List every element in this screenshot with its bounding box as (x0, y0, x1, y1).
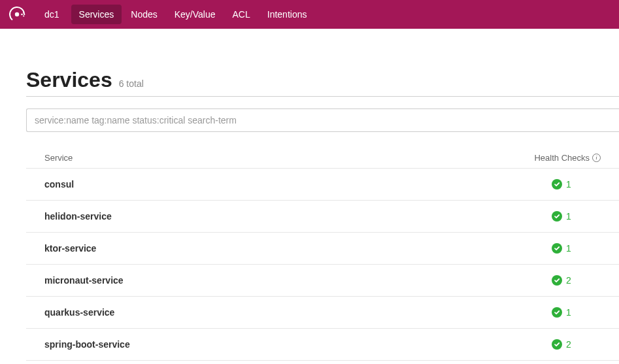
search-container (26, 108, 619, 132)
nav-services[interactable]: Services (71, 5, 122, 24)
check-passing-icon (552, 179, 562, 190)
search-input[interactable] (26, 108, 619, 132)
nav-key-value[interactable]: Key/Value (167, 5, 224, 24)
info-icon[interactable]: i (592, 154, 601, 162)
service-name: micronaut-service (44, 275, 124, 286)
svg-point-5 (24, 14, 25, 15)
nav-nodes[interactable]: Nodes (123, 5, 165, 24)
col-service: Service (44, 153, 73, 163)
check-passing-icon (552, 307, 562, 318)
col-health-label: Health Checks (534, 153, 590, 163)
svg-point-4 (23, 15, 24, 16)
page-header: Services 6 total (26, 68, 619, 97)
consul-logo-icon (8, 5, 26, 24)
nav-acl[interactable]: ACL (225, 5, 258, 24)
table-row[interactable]: consul1 (26, 169, 619, 201)
health-status: 1 (552, 243, 601, 254)
table-row[interactable]: helidon-service1 (26, 201, 619, 233)
services-table: Service Health Checks i consul1helidon-s… (26, 148, 619, 361)
main-content: Services 6 total Service Health Checks i… (0, 29, 619, 361)
datacenter-selector[interactable]: dc1 (37, 5, 67, 24)
table-row[interactable]: quarkus-service1 (26, 297, 619, 329)
service-name: consul (44, 179, 74, 190)
service-name: quarkus-service (44, 307, 114, 318)
table-header: Service Health Checks i (26, 148, 619, 169)
svg-point-1 (15, 12, 19, 16)
health-count: 2 (566, 339, 571, 350)
check-passing-icon (552, 211, 562, 222)
table-row[interactable]: spring-boot-service2 (26, 329, 619, 361)
health-count: 2 (566, 275, 571, 286)
svg-point-3 (23, 12, 24, 13)
check-passing-icon (552, 339, 562, 350)
health-status: 1 (552, 211, 601, 222)
health-count: 1 (566, 179, 571, 190)
check-passing-icon (552, 275, 562, 286)
service-name: spring-boot-service (44, 339, 130, 350)
page-title: Services (26, 68, 112, 92)
health-status: 1 (552, 179, 601, 190)
health-status: 1 (552, 307, 601, 318)
health-count: 1 (566, 243, 571, 254)
service-name: ktor-service (44, 243, 96, 254)
health-status: 2 (552, 275, 601, 286)
health-status: 2 (552, 339, 601, 350)
health-count: 1 (566, 307, 571, 318)
col-health: Health Checks i (534, 153, 601, 163)
check-passing-icon (552, 243, 562, 254)
service-name: helidon-service (44, 211, 112, 222)
table-row[interactable]: ktor-service1 (26, 233, 619, 265)
health-count: 1 (566, 211, 571, 222)
page-subtitle: 6 total (119, 78, 144, 89)
nav-intentions[interactable]: Intentions (259, 5, 315, 24)
table-row[interactable]: micronaut-service2 (26, 265, 619, 297)
svg-point-2 (21, 14, 23, 16)
topbar: dc1 ServicesNodesKey/ValueACLIntentions (0, 0, 619, 29)
